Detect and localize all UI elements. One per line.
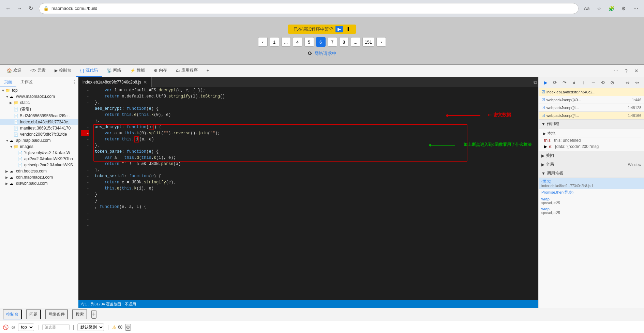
font-size-icon[interactable]: Aa [582, 4, 591, 13]
url-text[interactable]: maomaozu.com/#/build [51, 6, 574, 11]
star-icon[interactable]: ☆ [594, 4, 604, 13]
deactivate-btn[interactable]: ⟲ [599, 78, 607, 87]
close-section-header[interactable]: ▶ 关闭 [539, 151, 644, 160]
step-right-btn[interactable]: → [589, 78, 597, 87]
tree-item-qt-verify[interactable]: ▶ 📄 ?qt=verify&v=2.1&ak=cW [0, 150, 78, 156]
tree-item-manifest[interactable]: ▶ 📄 manifest.366915c73444170 [0, 125, 78, 131]
tab-console[interactable]: ▶ 控制台 [50, 65, 75, 77]
devtools-close-btn[interactable]: ✕ [632, 66, 641, 76]
resume-debug-btn[interactable]: ▶ [541, 78, 550, 87]
console-tab-console[interactable]: 控制台 [3, 309, 22, 319]
tree-item-static[interactable]: ▶ 📁 static [0, 100, 78, 106]
panel-tab-page[interactable]: 页面 [0, 77, 16, 87]
tree-item-cdn-mao[interactable]: ▶ ☁ cdn.maomaozu.com [0, 174, 78, 180]
code-tab-index[interactable]: index.eb1a48cd9fc77340c2b8.js ✕ [78, 77, 152, 87]
console-tab-search[interactable]: 搜索 [72, 309, 87, 319]
filter-input[interactable] [42, 324, 70, 330]
file-tree-scroll[interactable]: ▼ 📁 top ▼ ☁ www.maomaozu.com ▶ 📁 [0, 87, 78, 308]
global-section-header[interactable]: ▶ 全局 Window [539, 160, 644, 169]
context-select[interactable]: top [18, 323, 34, 331]
page-6-btn[interactable]: 6 [316, 37, 326, 47]
page-7-btn[interactable]: 7 [328, 37, 337, 47]
e-value[interactable]: ▶ e: {data: '{"code":200,"msg [541, 143, 641, 150]
next-page-btn[interactable]: › [376, 37, 386, 47]
pause-button[interactable]: ⏸ [345, 26, 350, 32]
console-settings-btn[interactable]: ⚙ [125, 324, 131, 331]
step-over-btn[interactable]: ⟳ [551, 78, 559, 87]
tree-item-bootcss[interactable]: ▶ ☁ cdn.bootcss.com [0, 168, 78, 174]
tree-label: cdn.maomaozu.com [16, 175, 53, 180]
expand-btn[interactable]: ⇔ [624, 78, 632, 87]
page-ellipsis-2-btn[interactable]: ... [351, 37, 360, 47]
tree-item-dlswbr[interactable]: ▶ ☁ dlswbr.baidu.com [0, 180, 78, 186]
tab-sources[interactable]: { } 源代码 [76, 65, 102, 77]
forward-button[interactable]: → [15, 4, 24, 13]
tab-memory[interactable]: ⚙ 内存 [150, 65, 171, 77]
cloud-icon: ☁ [10, 94, 15, 99]
split-editor-btn[interactable]: ⧉ [534, 79, 537, 85]
settings-icon[interactable]: ⚙ [619, 4, 628, 13]
call-stack-item-wrap-1[interactable]: wrap spread.js:25 [539, 196, 644, 206]
add-tab-btn[interactable]: + [91, 310, 96, 319]
tree-item-images[interactable]: ▼ 📁 images [0, 143, 78, 150]
prev-page-btn[interactable]: ‹ [258, 37, 268, 47]
tab-welcome[interactable]: 🏠 欢迎 [3, 65, 26, 77]
local-section-header[interactable]: ▶ 本地 [541, 130, 641, 137]
more-icon[interactable]: ⋯ [631, 4, 641, 13]
page-ellipsis-1-btn[interactable]: ... [281, 37, 291, 47]
resume-button[interactable]: ▶ [335, 26, 343, 32]
disable-btn[interactable]: ⊘ [608, 78, 616, 87]
tab-network[interactable]: 📡 网络 [103, 65, 125, 77]
step-up-btn[interactable]: ↑ [580, 78, 588, 87]
back-button[interactable]: ← [3, 4, 13, 13]
call-stack-header[interactable]: ▼ 调用堆栈 [539, 169, 644, 178]
refresh-button[interactable]: ↻ [26, 4, 35, 13]
tree-item-index-eb1a[interactable]: ▶ 📄 index.eb1a48cd9fc77340c. [0, 119, 78, 125]
watch-file-active[interactable]: ☑ index.eb1a48cd9fc77340c2... [539, 88, 644, 96]
code-area[interactable]: - - - - - - - - - - - - - - - - - [78, 87, 538, 300]
tab-elements[interactable]: </> 元素 [26, 65, 50, 77]
tab-add[interactable]: + [203, 65, 213, 77]
page-4-btn[interactable]: 4 [293, 37, 302, 47]
watch-file-2[interactable]: ☑ webpackJsonp([4... 1:48128 [539, 104, 644, 112]
tree-item-baidu[interactable]: ▼ ☁ api.map.baidu.com [0, 137, 78, 143]
clear-console-btn[interactable]: 🚫 [3, 324, 9, 330]
devtools-help-btn[interactable]: ? [621, 66, 631, 76]
call-stack-item-promise[interactable]: Promise.then(异步) [539, 189, 644, 196]
tab-application[interactable]: 🗂 应用程序 [172, 65, 202, 77]
tree-item-api-v2[interactable]: ▶ 📄 api?v=2.0&ak=cWK9PGhn [0, 156, 78, 162]
filter-console-btn[interactable]: ⊘ [11, 324, 15, 330]
tree-item-index-root[interactable]: ▶ 📄 (索引) [0, 106, 78, 113]
panel-tab-workspace[interactable]: 工作区 [16, 77, 37, 87]
panel-tabs: 页面 工作区 ⋮ [0, 77, 78, 87]
page-151-btn[interactable]: 151 [362, 37, 375, 47]
tree-item-vendor[interactable]: ▶ 📄 vendor.c206f3dfc7fc31fde [0, 131, 78, 137]
call-stack-item-anon[interactable]: (匿名) index.eb1a48cd9...77340c2b8.js:1 [539, 178, 644, 189]
watch-file-1[interactable]: ☑ webpackJsonp([40... 1:446 [539, 96, 644, 104]
panel-more-btn[interactable]: ⋮ [71, 79, 78, 85]
console-tab-network-conditions[interactable]: 网络条件 [45, 309, 68, 319]
collapse-btn[interactable]: ⇔ [633, 78, 641, 87]
tree-item-5d240[interactable]: ▶ 📄 5.d240856899559cad2f9c.. [0, 113, 78, 119]
level-select[interactable]: 默认级别 [77, 323, 104, 331]
tree-item-top[interactable]: ▼ 📁 top [0, 87, 78, 93]
code-line: }, [95, 100, 536, 106]
close-tab-icon[interactable]: ✕ [143, 79, 147, 85]
tab-performance[interactable]: ⚡ 性能 [126, 65, 149, 77]
devtools-more-btn[interactable]: ⋯ [611, 66, 621, 76]
page-5-btn[interactable]: 5 [304, 37, 314, 47]
tree-item-maomaozu[interactable]: ▼ ☁ www.maomaozu.com [0, 93, 78, 100]
console-tab-issues[interactable]: 问题 [26, 309, 41, 319]
call-stack-item-wrap-2[interactable]: wrap spread.js:25 [539, 206, 644, 216]
debugger-banner: 已在调试程序中暂停 ▶ ⏸ ‹ 1 ... 4 5 6 7 8 ... 151 … [0, 17, 644, 65]
page-8-btn[interactable]: 8 [339, 37, 349, 47]
scope-section-header[interactable]: ▼ 作用域 [539, 120, 644, 128]
red-arrow-icon [446, 110, 480, 122]
step-into-btn[interactable]: ↷ [560, 78, 569, 87]
extension-icon[interactable]: 🧩 [606, 4, 616, 13]
tree-item-getscript[interactable]: ▶ 📄 getscript?v=2.0&ak=cWKS [0, 162, 78, 168]
page-1-btn[interactable]: 1 [270, 37, 279, 47]
watch-file-3[interactable]: ☑ webpackJsonp([4... 1:48166 [539, 112, 644, 120]
file-panel: 页面 工作区 ⋮ ▼ 📁 top ▼ ☁ www.maomaozu.co [0, 77, 78, 308]
step-out-btn[interactable]: ↡ [570, 78, 578, 87]
